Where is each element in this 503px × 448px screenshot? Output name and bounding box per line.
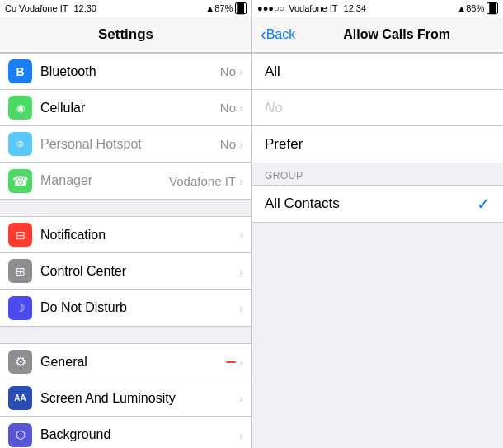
cellular-label: Cellular [40,101,220,116]
option-no-label: No [265,100,491,116]
general-icon: ⚙ [8,350,32,374]
background-icon: ⬡ [8,423,32,447]
cellular-chevron: › [239,101,243,115]
settings-list: B Bluetooth No › ◉ Cellular No › ⊕ Perso… [0,53,252,448]
settings-item-background[interactable]: ⬡ Background › [0,417,252,448]
right-nav-title: Allow Calls From [299,27,495,42]
settings-item-control-center[interactable]: ⊞ Control Center › [0,253,252,290]
settings-item-screen[interactable]: AA Screen And Luminosity › [0,380,252,417]
settings-item-cellular[interactable]: ◉ Cellular No › [0,90,252,126]
manager-value: Vodafone IT [169,174,236,188]
right-signal: ▲86% [457,3,484,13]
settings-group-1: B Bluetooth No › ◉ Cellular No › ⊕ Perso… [0,53,252,200]
do-not-disturb-chevron: › [239,301,243,315]
option-prefer[interactable]: Prefer [252,126,503,163]
left-status-bar: Co Vodafone IT 12:30 ▲87% █ [0,0,252,17]
battery-left: █ [235,3,247,13]
right-status-bar: ●●●○○ Vodafone IT 12:34 ▲86% █ [252,0,503,17]
general-label: General [40,355,226,370]
all-contacts-checkmark: ✓ [477,194,491,214]
do-not-disturb-icon: ☽ [8,296,32,320]
right-time: 12:34 [344,3,367,13]
cellular-icon: ◉ [8,96,32,120]
option-prefer-label: Prefer [265,136,491,153]
left-nav-title: Settings [98,26,153,43]
option-all-label: All [265,64,491,80]
left-nav-bar: Settings [0,17,252,53]
bluetooth-label: Bluetooth [40,64,220,79]
notifications-icon: ⊟ [8,223,32,247]
right-status-left: ●●●○○ Vodafone IT 12:34 [257,3,366,13]
screen-icon: AA [8,386,32,410]
hotspot-icon: ⊕ [8,132,32,156]
allow-calls-group: All No Prefer [252,53,503,163]
battery-icon-left: █ [235,2,247,14]
settings-item-bluetooth[interactable]: B Bluetooth No › [0,54,252,90]
general-chevron: › [239,355,243,369]
hotspot-chevron: › [239,137,243,151]
back-chevron-icon: ‹ [261,25,266,44]
bluetooth-icon: B [8,59,32,83]
option-no[interactable]: No [252,90,503,126]
settings-item-general[interactable]: ⚙ General › [0,344,252,380]
settings-item-manager[interactable]: ☎ Manager Vodafone IT › [0,163,252,199]
settings-group-3: ⚙ General › AA Screen And Luminosity › ⬡… [0,343,252,448]
bluetooth-value: No [220,64,236,78]
control-center-chevron: › [239,264,243,278]
right-carrier-name: Vodafone IT [289,3,337,13]
option-all-contacts[interactable]: All Contacts ✓ [252,186,503,222]
control-center-icon: ⊞ [8,259,32,283]
settings-item-do-not-disturb[interactable]: ☽ Do Not Disturb › [0,290,252,326]
background-chevron: › [239,428,243,442]
right-panel: ●●●○○ Vodafone IT 12:34 ▲86% █ ‹ Back Al… [252,0,503,448]
cellular-value: No [220,101,236,115]
right-carrier-dots: ●●●○○ [257,3,284,13]
left-status-right: ▲87% █ [205,3,247,13]
screen-chevron: › [239,391,243,405]
settings-item-hotspot[interactable]: ⊕ Personal Hotspot No › [0,126,252,163]
manager-chevron: › [239,174,243,188]
group-contacts-group: All Contacts ✓ [252,185,503,223]
back-button[interactable]: ‹ Back [261,25,295,44]
right-status-right: ▲86% █ [457,3,498,13]
right-battery: █ [487,3,498,13]
carrier-text: Co Vodafone IT [5,3,68,13]
right-nav-bar: ‹ Back Allow Calls From [252,17,503,53]
do-not-disturb-label: Do Not Disturb [40,300,239,315]
hotspot-label: Personal Hotspot [40,137,220,152]
background-label: Background [40,427,239,442]
option-all[interactable]: All [252,54,503,90]
settings-item-notifications[interactable]: ⊟ Notification › [0,217,252,253]
left-panel: Co Vodafone IT 12:30 ▲87% █ Settings B B… [0,0,252,448]
general-badge [226,361,236,363]
group-header-label: GROUP [265,170,303,182]
time-left: 12:30 [73,3,96,13]
left-status-carrier: Co Vodafone IT 12:30 [5,3,96,13]
screen-label: Screen And Luminosity [40,391,239,406]
notifications-label: Notification [40,228,239,243]
all-contacts-label: All Contacts [265,196,477,212]
notifications-chevron: › [239,228,243,242]
back-label: Back [266,27,296,42]
manager-label: Manager [40,173,169,188]
signal-left: ▲87% [205,3,233,13]
group-section-header: GROUP [252,163,503,185]
hotspot-value: No [220,137,236,151]
bluetooth-chevron: › [239,64,243,78]
right-list: All No Prefer GROUP All Contacts ✓ [252,53,503,448]
settings-group-2: ⊟ Notification › ⊞ Control Center › ☽ Do… [0,216,252,327]
manager-icon: ☎ [8,169,32,193]
control-center-label: Control Center [40,264,239,279]
battery-icon-right: █ [487,2,498,14]
